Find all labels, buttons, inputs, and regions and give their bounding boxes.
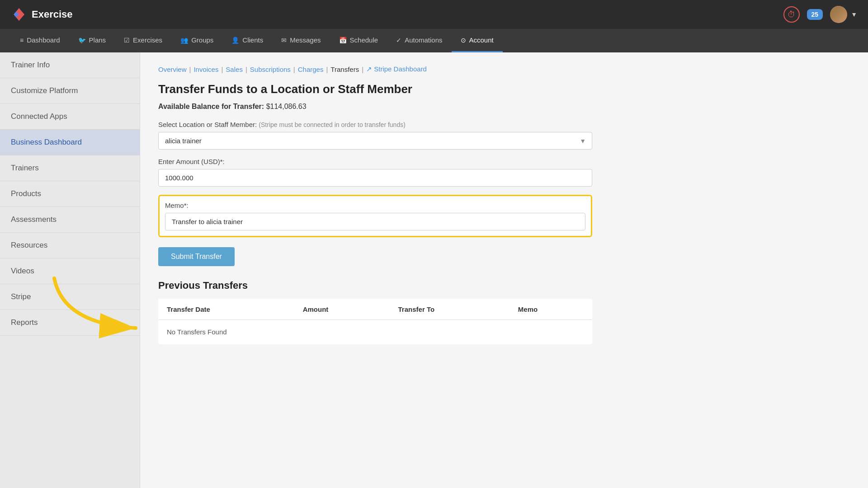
clock-icon[interactable]: ⏱ [783, 6, 800, 23]
location-select-wrapper: alicia trainer ▼ [158, 132, 592, 150]
location-form-group: Select Location or Staff Member: (Stripe… [158, 121, 850, 150]
balance-value: $114,086.63 [266, 103, 307, 110]
notification-badge[interactable]: 25 [807, 9, 823, 20]
avatar [830, 6, 847, 23]
automations-icon: ✓ [396, 37, 401, 44]
app-title: Exercise [32, 9, 73, 20]
nav-item-schedule[interactable]: 📅 Schedule [330, 29, 387, 52]
breadcrumb-stripe-dashboard[interactable]: ↗ Stripe Dashboard [366, 65, 427, 73]
main-layout: Trainer Info Customize Platform Connecte… [0, 52, 868, 488]
sidebar: Trainer Info Customize Platform Connecte… [0, 52, 140, 488]
location-select[interactable]: alicia trainer [158, 132, 592, 150]
breadcrumb-charges[interactable]: Charges [298, 66, 324, 73]
transfers-table: Transfer Date Amount Transfer To Memo No… [158, 299, 592, 344]
nav-label-groups: Groups [191, 36, 213, 44]
col-amount: Amount [295, 299, 390, 320]
previous-transfers-title: Previous Transfers [158, 280, 850, 291]
no-transfers-message: No Transfers Found [159, 320, 592, 344]
sidebar-item-reports[interactable]: Reports [0, 310, 140, 336]
nav-label-clients: Clients [242, 36, 263, 44]
nav-item-dashboard[interactable]: ≡ Dashboard [11, 29, 69, 52]
groups-icon: 👥 [180, 37, 188, 44]
nav-label-exercises: Exercises [133, 36, 162, 44]
breadcrumb-invoices[interactable]: Invoices [193, 66, 218, 73]
submit-transfer-button[interactable]: Submit Transfer [158, 247, 235, 266]
nav-label-dashboard: Dashboard [27, 36, 60, 44]
header-right: ⏱ 25 ▼ [783, 6, 857, 23]
plans-icon: 🐦 [78, 37, 86, 44]
nav-item-groups[interactable]: 👥 Groups [171, 29, 222, 52]
nav-item-exercises[interactable]: ☑ Exercises [115, 29, 171, 52]
col-transfer-to: Transfer To [390, 299, 510, 320]
nav-bar: ≡ Dashboard 🐦 Plans ☑ Exercises 👥 Groups… [0, 29, 868, 52]
sidebar-item-resources[interactable]: Resources [0, 233, 140, 258]
exercises-icon: ☑ [124, 37, 130, 44]
nav-item-messages[interactable]: ✉ Messages [272, 29, 330, 52]
amount-input[interactable] [158, 169, 592, 187]
nav-label-schedule: Schedule [350, 36, 378, 44]
table-header-row: Transfer Date Amount Transfer To Memo [159, 299, 592, 320]
memo-label: Memo*: [165, 202, 585, 209]
sidebar-item-trainer-info[interactable]: Trainer Info [0, 52, 140, 78]
balance-line: Available Balance for Transfer: $114,086… [158, 103, 850, 111]
sidebar-item-stripe[interactable]: Stripe [0, 284, 140, 310]
logo-area: Exercise [11, 6, 73, 23]
account-icon: ⊙ [461, 37, 466, 44]
breadcrumb-transfers[interactable]: Transfers [330, 66, 359, 73]
nav-label-automations: Automations [405, 36, 442, 44]
table-row: No Transfers Found [159, 320, 592, 344]
nav-item-plans[interactable]: 🐦 Plans [69, 29, 115, 52]
col-transfer-date: Transfer Date [159, 299, 295, 320]
clients-icon: 👤 [231, 37, 239, 44]
sidebar-item-connected-apps[interactable]: Connected Apps [0, 104, 140, 130]
balance-label: Available Balance for Transfer: [158, 103, 264, 110]
nav-item-automations[interactable]: ✓ Automations [387, 29, 451, 52]
amount-form-group: Enter Amount (USD)*: [158, 158, 850, 187]
location-hint: (Stripe must be connected in order to tr… [259, 121, 406, 128]
chevron-down-icon: ▼ [851, 11, 857, 18]
logo-icon [11, 6, 27, 23]
sidebar-item-customize-platform[interactable]: Customize Platform [0, 78, 140, 104]
sidebar-item-videos[interactable]: Videos [0, 258, 140, 284]
memo-highlight-box: Memo*: [158, 195, 592, 237]
nav-label-account: Account [469, 36, 494, 44]
memo-input[interactable] [165, 213, 585, 230]
col-memo: Memo [510, 299, 592, 320]
breadcrumb-subscriptions[interactable]: Subscriptions [250, 66, 291, 73]
dashboard-icon: ≡ [20, 37, 24, 44]
sidebar-item-trainers[interactable]: Trainers [0, 155, 140, 181]
nav-item-clients[interactable]: 👤 Clients [222, 29, 272, 52]
page-title: Transfer Funds to a Location or Staff Me… [158, 82, 850, 96]
avatar-area[interactable]: ▼ [830, 6, 857, 23]
nav-label-messages: Messages [290, 36, 321, 44]
sidebar-item-products[interactable]: Products [0, 181, 140, 207]
messages-icon: ✉ [281, 37, 287, 44]
sidebar-item-assessments[interactable]: Assessments [0, 207, 140, 233]
schedule-icon: 📅 [339, 37, 347, 44]
nav-label-plans: Plans [89, 36, 106, 44]
breadcrumb: Overview | Invoices | Sales | Subscripti… [158, 65, 850, 73]
nav-item-account[interactable]: ⊙ Account [452, 29, 503, 52]
sidebar-item-business-dashboard[interactable]: Business Dashboard [0, 130, 140, 155]
breadcrumb-overview[interactable]: Overview [158, 66, 187, 73]
top-header: Exercise ⏱ 25 ▼ [0, 0, 868, 29]
location-label: Select Location or Staff Member: (Stripe… [158, 121, 850, 128]
main-content: Overview | Invoices | Sales | Subscripti… [140, 52, 868, 488]
amount-label: Enter Amount (USD)*: [158, 158, 850, 165]
breadcrumb-sales[interactable]: Sales [226, 66, 243, 73]
